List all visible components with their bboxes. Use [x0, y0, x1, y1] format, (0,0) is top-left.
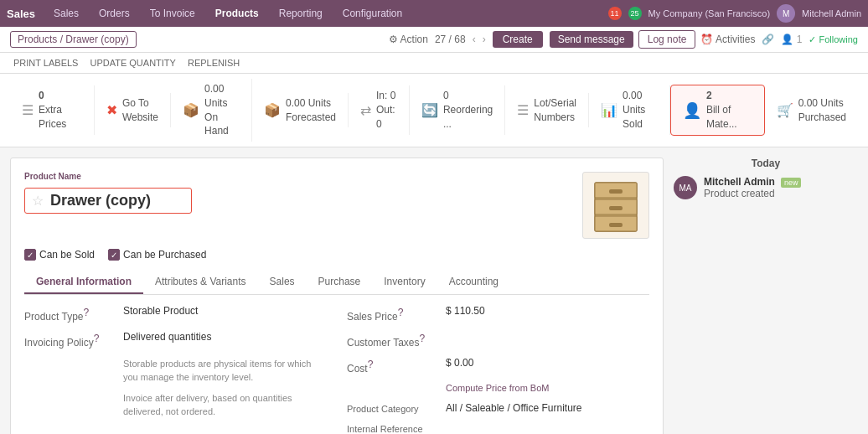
checkboxes-row: ✓ Can be Sold ✓ Can be Purchased	[24, 249, 649, 261]
nav-sales[interactable]: Sales	[49, 4, 84, 23]
invoicing-desc1: Storable products are physical items for…	[123, 357, 327, 385]
nav-reporting[interactable]: Reporting	[274, 4, 328, 23]
print-labels-button[interactable]: PRINT LABELS	[10, 56, 81, 70]
units-sold-icon: 📊	[601, 102, 617, 118]
user-avatar[interactable]: M	[777, 4, 795, 23]
nav-products[interactable]: Products	[210, 4, 264, 23]
reordering-label: Reordering ...	[443, 103, 493, 132]
prev-record-button[interactable]: ‹	[473, 34, 476, 45]
internal-reference-row: Internal Reference	[347, 422, 649, 434]
out-value: Out: 0	[376, 103, 397, 132]
go-to-website-line1: Go To	[122, 96, 158, 111]
units-sold-value: 0.00 Units	[623, 89, 658, 117]
stat-extra-prices[interactable]: ☰ 0 Extra Prices	[10, 85, 95, 134]
cost-value: $ 0.00	[446, 357, 473, 369]
nav-orders[interactable]: Orders	[94, 4, 135, 23]
navbar: Sales Sales Orders To Invoice Products R…	[0, 0, 868, 27]
in-out-icon: ⇄	[360, 102, 371, 118]
activities-button[interactable]: ⏰ Activities	[700, 34, 755, 45]
brand-logo: Sales	[7, 8, 35, 20]
breadcrumb-parent[interactable]: Products / Drawer (copy)	[10, 31, 137, 48]
stat-go-to-website[interactable]: ✖ Go To Website	[95, 93, 171, 128]
chatter-message-text: Product created	[704, 188, 801, 199]
svg-rect-6	[609, 223, 623, 227]
stat-units-purchased[interactable]: 🛒 0.00 Units Purchased	[765, 93, 858, 128]
stat-reordering[interactable]: 🔄 0 Reordering ...	[410, 85, 505, 134]
stat-forecasted[interactable]: 📦 0.00 Units Forecasted	[252, 93, 349, 128]
tab-purchase[interactable]: Purchase	[307, 271, 373, 294]
invoicing-policy-row: Invoicing Policy? Delivered quantities	[24, 331, 327, 349]
log-note-button[interactable]: Log note	[638, 30, 696, 49]
send-message-button[interactable]: Send message	[550, 31, 633, 48]
reordering-icon: 🔄	[421, 102, 438, 118]
lot-serial-label: Numbers	[534, 111, 576, 125]
product-category-value: All / Saleable / Office Furniture	[446, 402, 582, 414]
tab-sales[interactable]: Sales	[258, 271, 307, 294]
product-type-label: Product Type?	[24, 305, 116, 323]
tabs-row: General Information Attributes & Variant…	[24, 271, 649, 295]
can-be-sold-checkbox[interactable]: ✓ Can be Sold	[24, 249, 95, 261]
action-bar: PRINT LABELS UPDATE QUANTITY REPLENISH	[0, 53, 868, 74]
stats-row: ☰ 0 Extra Prices ✖ Go To Website 📦 0.00 …	[0, 74, 868, 147]
stat-in-out[interactable]: ⇄ In: 0 Out: 0	[349, 85, 410, 134]
chatter-panel: Today MA Mitchell Admin new Product crea…	[674, 158, 858, 434]
record-counter: 27 / 68	[435, 34, 466, 45]
notifications-badge[interactable]: 11	[608, 7, 622, 20]
stat-lot-serial[interactable]: ☰ Lot/Serial Numbers	[505, 93, 589, 128]
updates-badge[interactable]: 25	[628, 7, 642, 20]
invoicing-policy-value: Delivered quantities	[123, 331, 211, 343]
tab-inventory[interactable]: Inventory	[372, 271, 437, 294]
can-be-purchased-checkbox[interactable]: ✓ Can be Purchased	[108, 249, 206, 261]
replenish-button[interactable]: REPLENISH	[184, 56, 243, 70]
product-image	[582, 172, 649, 239]
create-button[interactable]: Create	[493, 31, 543, 48]
breadcrumb-actions: ⚙ Action 27 / 68 ‹ › Create Send message…	[389, 30, 858, 49]
units-purchased-value: 0.00 Units	[798, 96, 846, 111]
product-name-field[interactable]: ☆ Drawer (copy)	[24, 188, 192, 214]
forecasted-label: Forecasted	[286, 111, 336, 125]
cost-label: Cost?	[347, 357, 439, 375]
go-to-website-label: Website	[122, 111, 158, 125]
product-name-label: Product Name	[24, 172, 192, 181]
next-record-button[interactable]: ›	[483, 34, 486, 45]
can-be-purchased-box: ✓	[108, 249, 120, 261]
can-be-sold-label: Can be Sold	[39, 249, 95, 261]
person-icon[interactable]: 👤 1	[781, 34, 802, 45]
bom-icon: 👤	[683, 101, 701, 120]
star-icon[interactable]: ☆	[32, 193, 44, 209]
invoicing-desc2: Invoice after delivery, based on quantit…	[123, 391, 327, 419]
stat-bill-of-materials[interactable]: 👤 2 Bill of Mate...	[670, 85, 765, 135]
extra-prices-icon: ☰	[22, 102, 34, 118]
tab-accounting[interactable]: Accounting	[437, 271, 510, 294]
stat-on-hand[interactable]: 📦 0.00 Units On Hand	[171, 79, 252, 142]
sales-price-label: Sales Price?	[347, 305, 439, 323]
chatter-message: MA Mitchell Admin new Product created	[674, 176, 858, 199]
tab-attributes[interactable]: Attributes & Variants	[143, 271, 258, 294]
units-purchased-icon: 🛒	[777, 102, 793, 118]
nav-to-invoice[interactable]: To Invoice	[145, 4, 200, 23]
stat-units-sold[interactable]: 📊 0.00 Units Sold	[589, 85, 670, 134]
on-hand-icon: 📦	[183, 102, 199, 118]
forecasted-icon: 📦	[264, 102, 281, 118]
breadcrumb: Products / Drawer (copy)	[10, 31, 137, 48]
tab-general[interactable]: General Information	[24, 271, 143, 294]
update-quantity-button[interactable]: UPDATE QUANTITY	[86, 56, 178, 70]
can-be-sold-box: ✓	[24, 249, 36, 261]
units-purchased-label: Purchased	[798, 111, 846, 125]
bookmark-icon[interactable]: 🔗	[762, 34, 774, 45]
extra-prices-label: Extra Prices	[39, 103, 82, 132]
nav-configuration[interactable]: Configuration	[338, 4, 407, 23]
chatter-author: Mitchell Admin	[704, 176, 775, 188]
svg-rect-5	[609, 206, 623, 210]
bom-label: Bill of Mate...	[706, 103, 752, 132]
action-button[interactable]: ⚙ Action	[389, 34, 428, 45]
compute-price-link[interactable]: Compute Price from BoM	[446, 383, 549, 393]
product-form: Product Name ☆ Drawer (copy)	[10, 158, 664, 434]
invoicing-policy-label: Invoicing Policy?	[24, 331, 116, 349]
user-name: Mitchell Admin	[802, 8, 861, 18]
follow-button[interactable]: ✓ Following	[809, 34, 858, 45]
checkmark2-icon: ✓	[111, 251, 117, 260]
extra-prices-count: 0	[39, 89, 82, 103]
units-sold-label: Sold	[623, 117, 658, 132]
on-hand-label: On Hand	[204, 111, 240, 139]
